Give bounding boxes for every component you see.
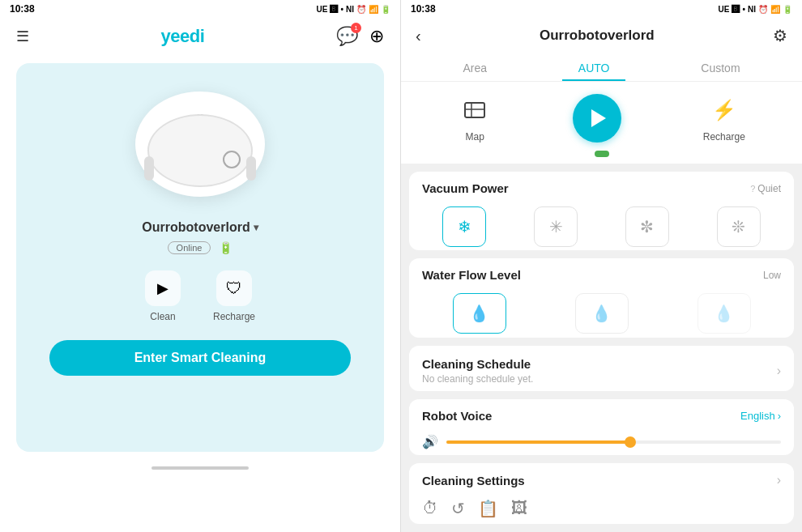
vacuum-power-levels: ❄ ✳ ✼ ❊ <box>409 202 794 250</box>
photo-icon: 🖼 <box>511 499 527 518</box>
map-button[interactable]: Map <box>458 93 492 143</box>
svg-rect-0 <box>465 103 484 117</box>
green-dot-bar <box>401 151 802 164</box>
cleaning-schedule-card[interactable]: Cleaning Schedule No cleaning schedule y… <box>409 346 794 391</box>
left-panel: 10:38 UE 🅱 • NI ⏰ 📶 🔋 ☰ yeedi 💬 1 ⊕ <box>0 0 401 532</box>
cleaning-schedule-chevron-icon: › <box>777 364 781 378</box>
robot-voice-card: Robot Voice English › 🔊 <box>409 399 794 455</box>
robot-voice-chevron-icon: › <box>778 410 781 422</box>
water-low[interactable]: 💧 <box>453 293 506 334</box>
settings-scroll: Vacuum Power ? Quiet ❄ ✳ ✼ ❊ Water Flow … <box>401 164 802 532</box>
chat-icon-wrap[interactable]: 💬 1 <box>336 26 358 47</box>
robot-side-left <box>144 156 154 181</box>
left-status-bar: 10:38 UE 🅱 • NI ⏰ 📶 🔋 <box>0 0 400 18</box>
recharge-button[interactable]: 🛡 Recharge <box>213 270 255 322</box>
robot-voice-title: Robot Voice <box>422 409 492 423</box>
green-dot <box>595 151 609 157</box>
water-flow-title: Water Flow Level <box>422 268 521 282</box>
left-status-icons: UE 🅱 • NI ⏰ 📶 🔋 <box>317 5 390 14</box>
robot-image <box>127 79 273 209</box>
cleaning-settings-title: Cleaning Settings <box>422 474 525 487</box>
water-high[interactable]: 💧 <box>697 293 751 334</box>
cleaning-schedule-row[interactable]: Cleaning Schedule No cleaning schedule y… <box>409 346 794 391</box>
volume-row: 🔊 <box>409 428 794 455</box>
power-strong[interactable]: ✼ <box>625 206 669 247</box>
robot-voice-row: Robot Voice English › <box>409 399 794 428</box>
volume-fill <box>446 440 630 444</box>
vacuum-power-hint: ? Quiet <box>750 183 781 194</box>
chat-badge: 1 <box>351 23 361 33</box>
play-button[interactable] <box>573 94 621 143</box>
water-medium[interactable]: 💧 <box>575 293 629 334</box>
right-time: 10:38 <box>411 3 436 15</box>
left-time: 10:38 <box>10 3 35 15</box>
robot-side-right <box>246 156 256 181</box>
tab-custom[interactable]: Custom <box>685 57 756 81</box>
control-row: Map ⚡ Recharge <box>401 82 802 151</box>
robot-clock-icon <box>223 151 241 168</box>
tab-auto[interactable]: AUTO <box>562 57 626 81</box>
robot-voice-lang[interactable]: English › <box>740 410 781 422</box>
volume-icon: 🔊 <box>422 434 438 449</box>
refresh-icon: ↺ <box>451 499 465 518</box>
water-flow-levels: 💧 💧 💧 <box>409 288 794 337</box>
schedule-icon: ⏱ <box>422 499 438 518</box>
recharge-ctrl-button[interactable]: ⚡ Recharge <box>703 93 745 143</box>
right-status-bar: 10:38 UE 🅱 • NI ⏰ 📶 🔋 <box>401 0 802 18</box>
left-header: ☰ yeedi 💬 1 ⊕ <box>0 18 400 55</box>
power-standard[interactable]: ✳ <box>534 206 578 247</box>
home-indicator <box>151 466 249 470</box>
water-flow-card: Water Flow Level Low 💧 💧 💧 <box>409 258 794 337</box>
robot-status-row: Online 🔋 <box>168 241 233 254</box>
back-button[interactable]: ‹ <box>416 27 421 45</box>
volume-thumb[interactable] <box>625 436 636 448</box>
right-status-icons: UE 🅱 • NI ⏰ 📶 🔋 <box>719 5 792 14</box>
right-header: ‹ Ourrobotoverlord ⚙ <box>401 18 802 53</box>
right-panel: 10:38 UE 🅱 • NI ⏰ 📶 🔋 ‹ Ourrobotoverlord… <box>401 0 802 532</box>
header-icons: 💬 1 ⊕ <box>336 26 384 47</box>
yeedi-logo: yeedi <box>161 26 205 47</box>
vacuum-power-title: Vacuum Power <box>422 181 509 195</box>
robot-actions: ▶ Clean 🛡 Recharge <box>145 270 255 322</box>
cleaning-settings-chevron-icon: › <box>777 473 781 487</box>
tab-area[interactable]: Area <box>446 57 503 81</box>
add-icon[interactable]: ⊕ <box>369 26 384 47</box>
play-icon <box>591 109 606 127</box>
power-quiet[interactable]: ❄ <box>442 206 486 247</box>
robot-name[interactable]: Ourrobotoverlord ▾ <box>142 220 258 235</box>
battery-icon: 🔋 <box>219 241 232 254</box>
power-max[interactable]: ❊ <box>717 206 761 247</box>
recharge-label: Recharge <box>213 311 255 322</box>
vacuum-power-card: Vacuum Power ? Quiet ❄ ✳ ✼ ❊ <box>409 172 794 250</box>
robot-name-chevron-icon: ▾ <box>254 222 258 233</box>
cleaning-schedule-sub: No cleaning schedule yet. <box>422 373 533 385</box>
cleaning-settings-icons: ⏱ ↺ 📋 🖼 <box>409 492 794 524</box>
settings-icon[interactable]: ⚙ <box>773 26 787 45</box>
cleaning-settings-row[interactable]: Cleaning Settings › <box>409 463 794 492</box>
cleaning-settings-card: Cleaning Settings › ⏱ ↺ 📋 🖼 <box>409 463 794 524</box>
clean-button[interactable]: ▶ Clean <box>145 270 181 322</box>
recharge-ctrl-icon: ⚡ <box>707 93 741 127</box>
online-badge: Online <box>168 241 211 254</box>
right-title: Ourrobotoverlord <box>540 28 655 44</box>
map-label: Map <box>465 131 484 143</box>
recharge-icon: 🛡 <box>216 270 252 306</box>
doc-icon: 📋 <box>478 499 498 518</box>
robot-circle <box>135 92 265 197</box>
robot-body <box>147 114 253 187</box>
vacuum-power-header: Vacuum Power ? Quiet <box>409 172 794 202</box>
clean-icon: ▶ <box>145 270 181 306</box>
recharge-ctrl-label: Recharge <box>703 131 745 143</box>
clean-label: Clean <box>150 311 175 322</box>
robot-card: Ourrobotoverlord ▾ Online 🔋 ▶ Clean 🛡 Re… <box>16 63 384 452</box>
cleaning-schedule-title: Cleaning Schedule <box>422 357 533 371</box>
water-flow-header: Water Flow Level Low <box>409 258 794 288</box>
volume-slider[interactable] <box>446 440 781 444</box>
water-flow-hint: Low <box>763 270 781 281</box>
hamburger-icon[interactable]: ☰ <box>16 28 29 45</box>
mode-tabs: Area AUTO Custom <box>401 53 802 82</box>
smart-clean-button[interactable]: Enter Smart Cleaning <box>49 340 352 376</box>
map-icon <box>458 93 492 127</box>
